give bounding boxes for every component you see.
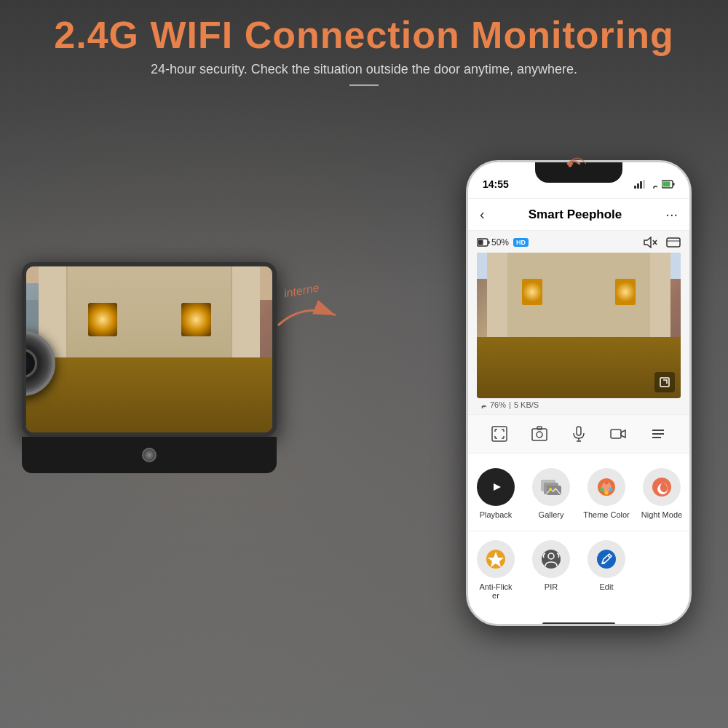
camera-view-section: 50% HD — [468, 231, 689, 414]
theme-icon — [587, 468, 625, 506]
record-control[interactable] — [605, 421, 631, 447]
nightmode-icon — [643, 468, 681, 506]
app-item-edit[interactable]: Edit — [579, 531, 634, 606]
header-section: 2.4G WIFI Connection Monitoring 24-hour … — [0, 15, 728, 86]
wifi-percent-text: 76% — [490, 400, 506, 409]
svg-rect-9 — [663, 181, 670, 186]
svg-rect-3 — [637, 183, 639, 189]
phone-controls-row — [468, 414, 689, 454]
svg-point-41 — [605, 491, 609, 495]
svg-rect-16 — [667, 238, 680, 247]
svg-point-39 — [609, 488, 613, 491]
mini-porch-lamp-left — [522, 279, 542, 305]
svg-rect-4 — [640, 181, 642, 189]
svg-rect-27 — [611, 430, 621, 438]
gallery-icon — [532, 468, 570, 506]
app-nav-bar: ‹ Smart Peephole ··· — [468, 199, 689, 231]
app-title: Smart Peephole — [529, 207, 622, 222]
antiflicker-icon — [477, 540, 515, 578]
edit-label: Edit — [600, 582, 614, 591]
home-indicator-bar — [468, 613, 689, 626]
phone-time: 14:55 — [483, 178, 509, 190]
svg-rect-12 — [488, 241, 490, 244]
mini-porch-column-left — [487, 253, 507, 347]
svg-rect-2 — [634, 186, 636, 189]
signal-bars-icon — [634, 180, 646, 189]
battery-status-icon — [662, 180, 675, 189]
camera-lens-inner — [22, 349, 37, 378]
svg-point-38 — [605, 481, 609, 485]
fullscreen-control[interactable] — [486, 421, 513, 447]
theme-label: Theme Color — [583, 510, 630, 519]
device-bottom — [22, 437, 277, 473]
header-divider — [349, 84, 379, 86]
arrow-container: interne — [264, 278, 347, 351]
svg-rect-24 — [577, 427, 581, 435]
mute-icon[interactable] — [643, 237, 657, 248]
mini-porch-floor — [477, 337, 681, 398]
camera-controls-right — [643, 237, 681, 248]
battery-level: 50% — [477, 237, 509, 248]
snapshot-control[interactable] — [526, 421, 553, 447]
pir-icon — [532, 540, 570, 578]
app-item-nightmode[interactable]: Night Mode — [634, 459, 689, 525]
app-item-antiflicker[interactable]: Anti-Flicker — [468, 531, 523, 606]
wifi-status-icon — [649, 180, 659, 189]
more-button[interactable]: ··· — [665, 206, 678, 223]
svg-point-22 — [537, 432, 542, 438]
porch-lamp-right — [181, 303, 211, 336]
device-display — [26, 266, 272, 432]
svg-point-19 — [482, 407, 483, 408]
wifi-speed-bar: 76% | 5 KB/S — [477, 398, 681, 411]
playback-icon — [477, 468, 515, 506]
svg-rect-18 — [660, 378, 669, 387]
svg-rect-8 — [673, 183, 675, 186]
home-indicator — [542, 622, 615, 625]
expand-view-icon[interactable] — [654, 372, 675, 392]
app-grid-row1: Playback Gallery — [468, 454, 689, 531]
svg-point-36 — [549, 488, 552, 491]
hd-badge: HD — [513, 238, 529, 247]
svg-rect-21 — [532, 429, 547, 440]
app-item-theme[interactable]: Theme Color — [579, 459, 634, 525]
phone-frame: 14:55 — [466, 160, 692, 626]
battery-hd-group: 50% HD — [477, 237, 529, 248]
svg-rect-23 — [537, 427, 542, 430]
camera-status-bar: 50% HD — [477, 237, 681, 248]
pir-label: PIR — [545, 582, 558, 591]
phone-status-icons — [634, 180, 675, 189]
svg-point-0 — [569, 164, 572, 167]
svg-point-47 — [597, 550, 616, 569]
device-button — [142, 448, 157, 462]
svg-rect-5 — [643, 180, 645, 189]
nightmode-label: Night Mode — [641, 510, 682, 519]
back-button[interactable]: ‹ — [480, 206, 485, 223]
camera-video-feed — [477, 253, 681, 398]
svg-point-40 — [601, 488, 604, 491]
speed-text: 5 KB/S — [514, 400, 539, 409]
device-screen — [22, 262, 277, 437]
mic-control[interactable] — [566, 421, 592, 447]
fullscreen-icon[interactable] — [666, 237, 681, 248]
wifi-bar-icon — [477, 401, 487, 408]
phone-container: 14:55 — [466, 160, 692, 626]
svg-point-6 — [653, 187, 654, 189]
wifi-signal-icon — [550, 138, 586, 170]
page-title: 2.4G WIFI Connection Monitoring — [0, 15, 728, 56]
edit-icon — [587, 540, 625, 578]
app-item-playback[interactable]: Playback — [468, 459, 523, 525]
mini-porch-column-right — [650, 253, 670, 347]
door-viewer-device — [22, 262, 277, 473]
app-item-pir[interactable]: PIR — [523, 531, 579, 606]
svg-rect-13 — [478, 240, 483, 245]
playback-label: Playback — [480, 510, 513, 519]
menu-control[interactable] — [645, 421, 671, 447]
app-item-gallery[interactable]: Gallery — [523, 459, 579, 525]
app-item-empty — [634, 531, 689, 606]
svg-rect-20 — [492, 427, 507, 441]
battery-pct-text: 50% — [491, 237, 509, 248]
antiflicker-label: Anti-Flicker — [479, 582, 512, 600]
porch-scene — [26, 266, 272, 432]
app-grid-row2: Anti-Flicker PIR — [468, 531, 689, 613]
gallery-label: Gallery — [539, 510, 564, 519]
